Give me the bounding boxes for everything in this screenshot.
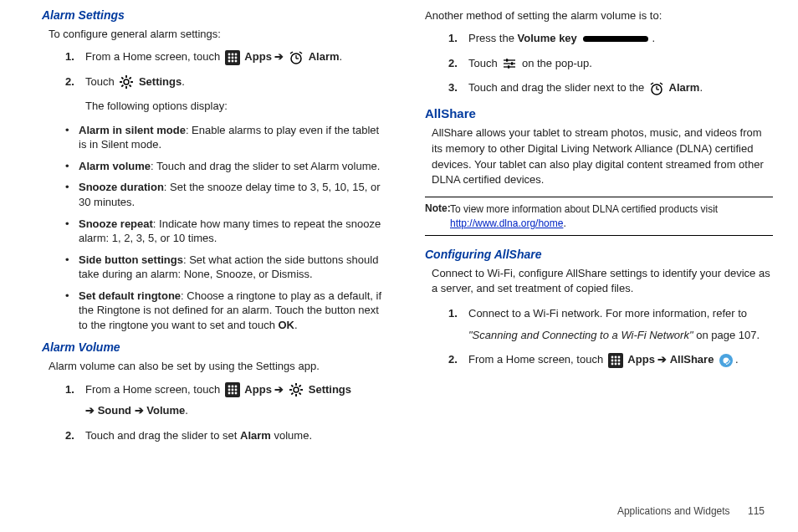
svg-line-21 [130,85,131,87]
svg-point-58 [611,359,613,361]
wifi-ref: "Scanning and Connecting to a Wi-Fi Netw… [468,329,693,341]
svg-point-29 [231,389,233,391]
svg-point-28 [228,389,230,391]
svg-point-55 [611,356,613,358]
svg-point-32 [231,392,233,395]
list-item: 3. Touch and drag the slider next to the… [448,79,773,96]
options-display-text: The following options display: [85,98,390,115]
svg-rect-48 [508,66,509,69]
svg-line-42 [299,385,301,386]
gear-icon [119,74,134,90]
svg-line-40 [299,393,301,395]
apps-icon [608,353,623,368]
svg-point-1 [228,53,230,55]
volume-key-icon [583,36,648,42]
svg-point-60 [617,359,620,361]
svg-point-30 [234,389,237,391]
list-item: Set default ringtone: Choose a ringtone … [65,289,390,333]
left-column: Alarm Settings To configure general alar… [42,8,390,452]
svg-line-39 [291,385,293,386]
svg-line-52 [651,83,653,84]
apps-icon [225,50,240,65]
list-item: Alarm volume: Touch and drag the slider … [65,159,390,174]
alarm-volume-intro: Alarm volume can also be set by using th… [49,359,390,374]
svg-point-63 [617,362,620,365]
svg-line-22 [122,85,124,87]
list-item: Side button settings: Set what action th… [65,253,390,282]
list-item: 1. Press the Volume key . [448,30,773,47]
svg-point-3 [234,53,237,55]
list-item: 2. Touch Settings. The following options… [65,74,390,115]
right-column: Another method of setting the alarm volu… [425,8,773,452]
svg-line-53 [660,83,662,84]
svg-line-23 [130,78,131,79]
sliders-icon [502,56,517,71]
alarm-settings-heading: Alarm Settings [42,8,390,22]
svg-point-61 [611,362,613,365]
svg-point-59 [614,359,616,361]
footer-section: Applications and Widgets [617,505,730,517]
svg-point-2 [231,53,233,55]
svg-point-27 [234,386,237,388]
apps-icon [225,382,240,397]
svg-point-33 [234,392,237,395]
gear-icon [289,382,304,397]
svg-line-41 [291,393,293,395]
configuring-intro: Connect to Wi-Fi, configure AllShare set… [432,266,773,298]
svg-point-8 [231,59,233,62]
alarm-icon [649,81,664,96]
svg-point-15 [124,79,129,84]
configuring-allshare-heading: Configuring AllShare [425,248,773,261]
svg-point-9 [234,59,237,62]
svg-rect-47 [511,63,513,65]
svg-point-5 [231,56,233,59]
svg-point-6 [234,56,237,59]
options-bullet-list: Alarm in silent mode: Enable alarms to p… [65,123,390,333]
another-method-intro: Another method of setting the alarm volu… [425,8,773,23]
list-item: 2. Touch and drag the slider to set Alar… [65,427,390,444]
alarm-settings-intro: To configure general alarm settings: [49,27,390,42]
svg-point-57 [617,356,620,358]
list-item: 2. From a Home screen, touch Apps ➔ AllS… [448,351,773,368]
list-item: 1. Connect to a Wi-Fi network. For more … [448,305,773,343]
svg-line-13 [290,52,293,54]
allshare-heading: AllShare [425,106,773,120]
note-box: Note: To view more information about DLN… [425,197,773,235]
svg-rect-46 [506,59,508,62]
list-item: 2. Touch on the pop-up. [448,55,773,72]
svg-line-14 [299,52,302,54]
alarm-volume-heading: Alarm Volume [42,340,390,354]
page-number: 115 [748,505,765,517]
list-item: Alarm in silent mode: Enable alarms to p… [65,123,390,152]
svg-point-62 [614,362,616,365]
svg-point-26 [231,386,233,388]
list-item: 1. From a Home screen, touch Apps ➔ Sett… [65,381,390,419]
list-item: Snooze repeat: Indicate how many times t… [65,217,390,246]
allshare-icon [719,353,734,368]
svg-line-20 [122,78,124,79]
allshare-body: AllShare allows your tablet to stream ph… [432,125,773,188]
svg-point-4 [228,56,230,59]
svg-point-7 [228,59,230,62]
svg-point-25 [228,386,230,388]
dlna-link[interactable]: http://www.dlna.org/home [450,217,563,229]
svg-point-34 [294,387,299,392]
alarm-icon [289,50,304,65]
page-footer: Applications and Widgets 115 [617,505,765,517]
list-item: Snooze duration: Set the snooze delay ti… [65,180,390,209]
svg-point-31 [228,392,230,395]
list-item: 1. From a Home screen, touch Apps ➔ Alar… [65,49,390,65]
svg-point-56 [614,356,616,358]
